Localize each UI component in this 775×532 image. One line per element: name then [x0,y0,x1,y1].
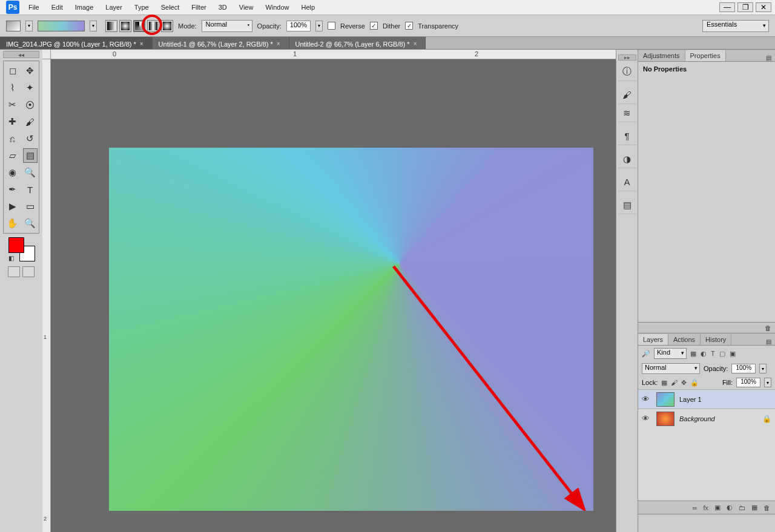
lock-all-icon[interactable]: 🔒 [690,379,699,387]
menu-3d[interactable]: 3D [213,1,232,13]
tab-history[interactable]: History [701,334,731,345]
document-tab[interactable]: IMG_2014.JPG @ 100% (Layer 1, RGB/8) * × [0,37,153,49]
layer-opacity-dropdown[interactable]: ▾ [759,364,767,373]
new-group-icon[interactable]: 🗀 [739,504,745,511]
menu-image[interactable]: Image [70,1,99,13]
blur-tool[interactable]: ◉ [5,165,20,180]
filter-type-icon[interactable]: T [711,350,715,358]
filter-shape-icon[interactable]: ▢ [719,350,725,358]
gradient-diamond-button[interactable] [161,20,173,32]
filter-pixel-icon[interactable]: ▦ [690,350,696,358]
blend-mode-select[interactable]: Normal [202,20,252,32]
close-button[interactable]: ✕ [756,2,771,12]
shape-tool[interactable]: ▭ [23,199,38,214]
tab-layers[interactable]: Layers [638,334,668,345]
menu-layer[interactable]: Layer [100,1,128,13]
reverse-checkbox[interactable] [328,22,335,30]
hand-tool[interactable]: ✋ [5,216,20,231]
pen-tool[interactable]: ✒ [5,182,20,197]
opacity-input[interactable]: 100% [286,21,311,31]
character-panel-icon[interactable]: A [618,173,636,191]
panel-collapse-button[interactable]: ▸▸ [618,54,636,61]
transparency-checkbox[interactable]: ✓ [405,22,413,30]
menu-select[interactable]: Select [156,1,185,13]
layer-fill-input[interactable]: 100% [736,378,760,387]
tab-properties[interactable]: Properties [685,50,726,61]
panel-menu-icon[interactable]: ▤ [762,54,775,61]
brush-panel-icon[interactable]: 🖌 [618,86,636,104]
filter-search-icon[interactable]: 🔎 [642,350,650,358]
layer-opacity-input[interactable]: 100% [731,364,756,373]
brush-tool[interactable]: 🖌 [23,114,38,129]
layer-thumbnail[interactable] [656,392,674,407]
layer-thumbnail[interactable] [656,412,674,426]
document-canvas[interactable] [109,148,593,511]
restore-button[interactable]: ❐ [737,2,753,12]
lasso-tool[interactable]: ⌇ [5,80,20,95]
gradient-angle-button[interactable] [133,20,145,32]
paragraph-panel-icon[interactable]: ¶ [618,127,636,145]
path-selection-tool[interactable]: ▶ [5,199,20,214]
lock-pixels-icon[interactable]: 🖌 [671,379,678,387]
gradient-preview[interactable] [38,21,85,31]
dodge-tool[interactable]: 🔍 [23,165,38,180]
gradient-linear-button[interactable] [105,20,117,32]
eyedropper-tool[interactable]: ⦿ [23,97,38,112]
zoom-tool[interactable]: 🔍 [23,216,38,231]
foreground-color-swatch[interactable] [8,237,24,253]
filter-smart-icon[interactable]: ▣ [730,350,736,358]
new-fill-layer-icon[interactable]: ◐ [727,504,733,511]
visibility-toggle-icon[interactable]: 👁 [642,395,651,404]
minimize-button[interactable]: — [719,2,735,12]
link-layers-icon[interactable]: ∞ [693,504,698,511]
menu-type[interactable]: Type [129,1,154,13]
tab-adjustments[interactable]: Adjustments [638,50,685,61]
layer-mask-icon[interactable]: ▣ [714,504,721,511]
screen-mode-button[interactable] [22,266,35,277]
dither-checkbox[interactable]: ✓ [370,22,378,30]
tools-collapse-button[interactable]: ◂◂ [3,51,39,58]
crop-tool[interactable]: ✂ [5,97,20,112]
visibility-toggle-icon[interactable]: 👁 [642,414,651,423]
layer-style-icon[interactable]: fx [703,504,708,511]
menu-file[interactable]: File [23,1,45,13]
layer-name[interactable]: Layer 1 [679,396,702,403]
delete-layer-icon[interactable]: 🗑 [763,504,770,511]
history-panel-icon[interactable]: ⓘ [618,63,636,81]
workspace-switcher[interactable]: Essentials [702,20,769,32]
layer-row[interactable]: 👁 Layer 1 [638,389,775,409]
default-colors-icon[interactable]: ◧ [7,254,15,261]
magic-wand-tool[interactable]: ✦ [23,80,38,95]
quick-mask-button[interactable] [8,266,20,277]
layer-name[interactable]: Background [679,415,715,422]
menu-edit[interactable]: Edit [46,1,68,13]
lock-position-icon[interactable]: ✥ [681,379,687,387]
brush-presets-panel-icon[interactable]: ≋ [618,104,636,122]
history-brush-tool[interactable]: ↺ [23,131,38,146]
layer-lock-icon[interactable]: 🔒 [762,415,771,423]
layer-row[interactable]: 👁 Background 🔒 [638,409,775,428]
menu-filter[interactable]: Filter [186,1,211,13]
document-tab[interactable]: Untitled-1 @ 66,7% (Layer 2, RGB/8) * × [153,37,289,49]
panel-menu-icon[interactable]: ▤ [762,338,775,345]
layer-filter-kind[interactable]: Kind [654,348,687,359]
opacity-dropdown[interactable]: ▾ [315,21,323,31]
lock-transparency-icon[interactable]: ▦ [661,379,667,387]
vertical-ruler[interactable]: 1 2 [42,59,51,532]
styles-panel-icon[interactable]: ◑ [618,150,636,168]
layer-blend-mode-select[interactable]: Normal [642,363,700,374]
type-tool[interactable]: T [23,182,38,197]
tab-actions[interactable]: Actions [668,334,701,345]
filter-adjustment-icon[interactable]: ◐ [701,350,707,358]
layer-comps-panel-icon[interactable]: ▤ [618,196,636,214]
horizontal-ruler[interactable]: 0 1 2 [51,50,616,59]
gradient-reflected-button[interactable] [147,20,159,32]
gradient-tool[interactable]: ▤ [23,148,38,163]
close-icon[interactable]: × [414,41,417,47]
trash-icon[interactable]: 🗑 [765,324,771,332]
menu-window[interactable]: Window [260,1,294,13]
clone-stamp-tool[interactable]: ⎌ [5,131,20,146]
close-icon[interactable]: × [140,41,143,47]
new-layer-icon[interactable]: ▦ [751,504,757,511]
spot-healing-tool[interactable]: ✚ [5,114,20,129]
